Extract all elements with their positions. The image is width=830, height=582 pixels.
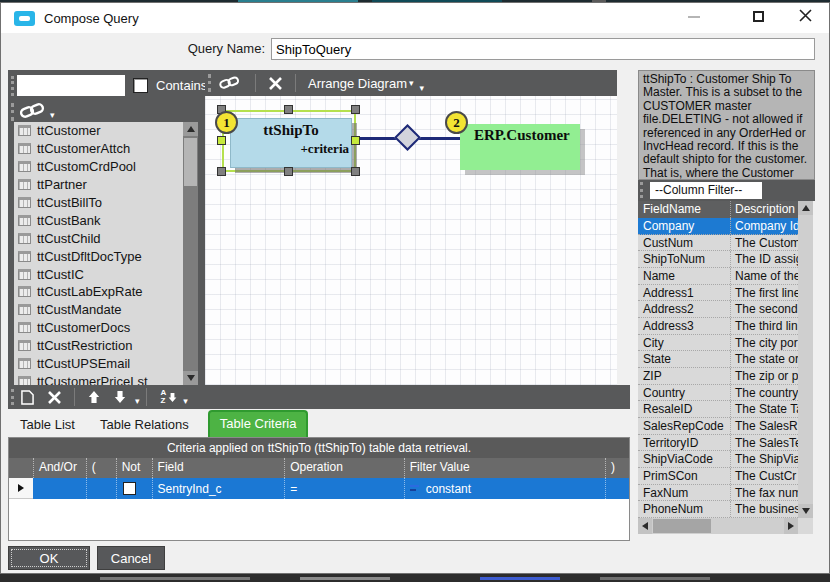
field-row[interactable]: CustNum The Custom xyxy=(638,235,798,252)
field-row[interactable]: Address1 The first line xyxy=(638,285,798,302)
field-column-header[interactable]: Field xyxy=(152,458,285,478)
tab[interactable]: Table List xyxy=(14,412,81,437)
field-row[interactable]: Name Name of the xyxy=(638,268,798,285)
criteria-row[interactable]: SentryInd_c = constant xyxy=(9,478,629,499)
description-column-header[interactable]: Description xyxy=(731,201,798,218)
field-row[interactable]: Address3 The third lin xyxy=(638,318,798,335)
toolbar-grip[interactable] xyxy=(11,76,14,96)
table-list-item[interactable]: ttCustomCrdPool xyxy=(14,158,183,176)
sort-dropdown-caret-icon[interactable]: ▾ xyxy=(183,396,188,406)
link-dropdown-caret-icon[interactable]: ▾ xyxy=(50,110,55,120)
field-row[interactable]: State The state or xyxy=(638,351,798,368)
field-row[interactable]: PrimSCon The CustCr xyxy=(638,468,798,485)
field-row[interactable]: ZIP The zip or p xyxy=(638,368,798,385)
operation-column-header[interactable]: Operation xyxy=(284,458,404,478)
resize-handle[interactable] xyxy=(284,167,293,176)
connect-handle[interactable] xyxy=(351,136,360,145)
table-list-item[interactable]: ttCustomer xyxy=(14,122,183,140)
resize-handle[interactable] xyxy=(351,105,360,114)
table-list-item[interactable]: ttCustBank xyxy=(14,211,183,229)
open-paren-cell[interactable] xyxy=(86,478,116,499)
table-list-item[interactable]: ttCustMandate xyxy=(14,301,183,319)
field-row[interactable]: SalesRepCode The SalesR xyxy=(638,418,798,435)
field-row[interactable]: FaxNum The fax num xyxy=(638,485,798,502)
andor-column-header[interactable]: And/Or xyxy=(33,458,86,478)
field-row[interactable]: ResaleID The State Ta xyxy=(638,401,798,418)
scroll-up-icon[interactable] xyxy=(798,201,813,215)
field-row[interactable]: Country The country xyxy=(638,385,798,402)
arrange-diagram-button[interactable]: Arrange Diagram xyxy=(308,76,407,91)
node-ttshipto[interactable]: ttShipTo +criteria xyxy=(230,118,352,168)
node-erp-customer[interactable]: ERP.Customer xyxy=(460,124,580,170)
ok-button[interactable]: OK xyxy=(8,546,90,570)
field-cell[interactable]: SentryInd_c xyxy=(152,478,285,499)
query-name-input[interactable] xyxy=(271,38,815,60)
arrange-dropdown-caret-icon[interactable]: ▾ xyxy=(420,83,425,93)
table-list-item[interactable]: ttCustIC xyxy=(14,265,183,283)
field-row[interactable]: ShipViaCode The ShipVia xyxy=(638,451,798,468)
tab[interactable]: Table Relations xyxy=(94,412,195,437)
close-paren-cell[interactable] xyxy=(605,478,629,499)
contains-checkbox[interactable] xyxy=(133,78,148,93)
scroll-down-icon[interactable] xyxy=(183,371,198,385)
field-row[interactable]: TerritoryID The SalesTe xyxy=(638,435,798,452)
filter-value-column-header[interactable]: Filter Value xyxy=(404,458,605,478)
link-tables-icon[interactable] xyxy=(20,100,46,122)
not-column-header[interactable]: Not xyxy=(116,458,152,478)
table-list-item[interactable]: ttCustChild xyxy=(14,229,183,247)
toolbar-grip[interactable] xyxy=(640,182,643,198)
table-list-item[interactable]: ttCustRestriction xyxy=(14,337,183,355)
scrollbar-thumb[interactable] xyxy=(184,138,197,186)
filter-value-cell[interactable]: constant xyxy=(404,478,605,499)
operation-cell[interactable]: = xyxy=(284,478,404,499)
column-filter-combobox[interactable]: --Column Filter-- xyxy=(650,182,762,199)
query-diagram-canvas[interactable]: ttShipTo +criteria 1 ERP.Customer 2 xyxy=(205,96,617,385)
move-up-icon[interactable] xyxy=(81,385,107,409)
field-row[interactable]: City The city por xyxy=(638,335,798,352)
row-selector-cell[interactable] xyxy=(9,478,33,499)
field-row[interactable]: Company Company Id xyxy=(638,218,798,235)
field-row[interactable]: PhoneNum The busines xyxy=(638,501,798,518)
table-list-item[interactable]: ttCustomerDocs xyxy=(14,319,183,337)
resize-handle[interactable] xyxy=(284,105,293,114)
table-list-item[interactable]: ttCustLabExpRate xyxy=(14,283,183,301)
scrollbar-thumb[interactable] xyxy=(653,519,711,533)
resize-handle[interactable] xyxy=(351,167,360,176)
table-search-input[interactable] xyxy=(17,75,125,96)
field-row[interactable]: ShipToNum The ID assig xyxy=(638,251,798,268)
toolbar-grip[interactable] xyxy=(11,103,14,121)
new-row-icon[interactable] xyxy=(14,385,41,409)
field-grid-horizontal-scrollbar[interactable] xyxy=(638,518,798,534)
table-list-item[interactable]: ttCustBillTo xyxy=(14,194,183,212)
close-icon[interactable] xyxy=(799,9,812,22)
fieldname-column-header[interactable]: FieldName xyxy=(638,201,731,218)
table-list-item[interactable]: ttCustomerPriceLst xyxy=(14,372,183,385)
field-grid-vertical-scrollbar[interactable] xyxy=(798,201,813,518)
table-list-item[interactable]: ttCustomerAttch xyxy=(14,140,183,158)
table-list-item[interactable]: ttCustUPSEmail xyxy=(14,355,183,373)
table-list-item[interactable]: ttPartner xyxy=(14,176,183,194)
maximize-icon[interactable] xyxy=(753,11,764,22)
delete-icon[interactable] xyxy=(262,70,289,96)
not-cell[interactable] xyxy=(116,478,152,499)
relation-diamond-icon[interactable] xyxy=(394,124,421,151)
delete-row-icon[interactable] xyxy=(41,385,68,409)
minimize-icon[interactable] xyxy=(688,16,700,18)
field-row[interactable]: Address2 The second xyxy=(638,301,798,318)
scroll-right-icon[interactable] xyxy=(784,518,798,534)
connect-handle[interactable] xyxy=(217,136,226,145)
scroll-up-icon[interactable] xyxy=(183,122,198,136)
cancel-button[interactable]: Cancel xyxy=(97,546,165,570)
table-list-item[interactable]: ttCustDfltDocType xyxy=(14,247,183,265)
sort-arrow-icon[interactable] xyxy=(166,385,179,409)
close-paren-column-header[interactable]: ) xyxy=(605,458,629,478)
scroll-left-icon[interactable] xyxy=(638,518,652,534)
not-checkbox[interactable] xyxy=(123,482,136,495)
link-relation-icon[interactable] xyxy=(211,70,249,96)
andor-cell[interactable] xyxy=(33,478,86,499)
resize-handle[interactable] xyxy=(217,167,226,176)
open-paren-column-header[interactable]: ( xyxy=(86,458,116,478)
scroll-down-icon[interactable] xyxy=(798,504,813,518)
table-list-scrollbar[interactable] xyxy=(183,122,198,385)
move-down-icon[interactable] xyxy=(107,385,133,409)
